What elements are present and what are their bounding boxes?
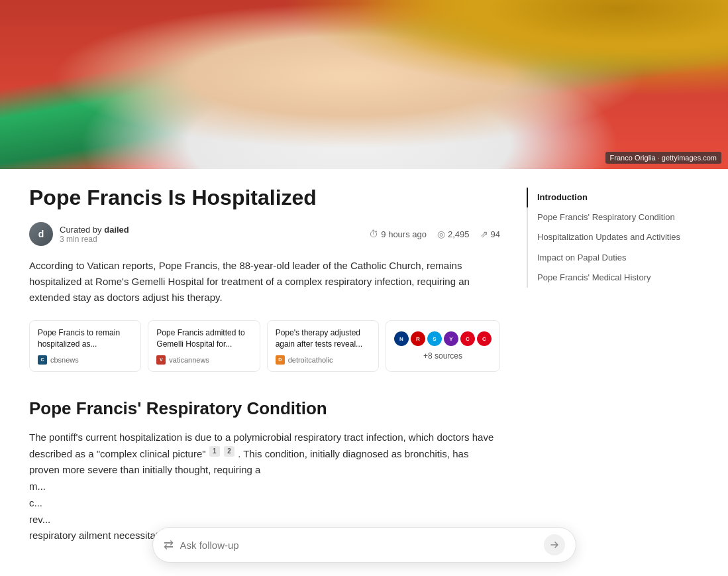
logo-2: R: [411, 331, 425, 346]
ask-followup-input[interactable]: [180, 540, 537, 545]
source-headline-detroitcatholic: Pope's therapy adjusted again after test…: [276, 327, 370, 350]
toc-list: Introduction Pope Francis' Respiratory C…: [527, 188, 699, 288]
content-area: Pope Francis Is Hospitalized d Curated b…: [29, 185, 500, 544]
source-domain-cbsnews: C cbsnews: [38, 355, 132, 365]
ask-shuffle-icon: ⇄: [164, 538, 174, 544]
logo-1: N: [394, 331, 409, 346]
author-name: Curated by dailed: [60, 225, 129, 235]
source-headline-vaticannews: Pope Francis admitted to Gemelli Hospita…: [156, 327, 251, 350]
author-block: d Curated by dailed 3 min read: [29, 222, 129, 246]
more-sources-card[interactable]: N R S Y C C +8 sources: [386, 320, 500, 372]
ask-send-button[interactable]: [544, 534, 565, 544]
pope-portrait-image: [0, 0, 728, 169]
source-headline-cbsnews: Pope Francis to remain hospitalized as..…: [38, 327, 132, 350]
meta-stats: ⏱ 9 hours ago ◎ 2,495 ⇗ 94: [369, 229, 500, 239]
views-stat: ◎ 2,495: [437, 229, 470, 239]
image-caption: Franco Origlia · gettyimages.com: [605, 152, 721, 164]
respiratory-section-title: Pope Francis' Respiratory Condition: [29, 398, 500, 419]
toc-item-introduction[interactable]: Introduction: [527, 188, 699, 207]
citation-1: 1: [209, 446, 220, 457]
sources-grid: Pope Francis to remain hospitalized as..…: [29, 320, 500, 372]
source-domain-detroitcatholic: D detroitcatholic: [276, 355, 370, 365]
eye-icon: ◎: [437, 229, 445, 239]
author-info: Curated by dailed 3 min read: [60, 225, 129, 244]
ask-followup-bar: ⇄: [152, 527, 576, 544]
cbsnews-favicon: C: [38, 355, 47, 365]
vaticannews-favicon: V: [156, 355, 166, 365]
share-icon: ⇗: [480, 229, 488, 239]
source-card-cbsnews[interactable]: Pope Francis to remain hospitalized as..…: [29, 320, 141, 372]
logo-3: S: [427, 331, 442, 346]
toc-item-hospitalization[interactable]: Hospitalization Updates and Activities: [527, 227, 699, 247]
source-card-detroitcatholic[interactable]: Pope's therapy adjusted again after test…: [267, 320, 379, 372]
citation-2: 2: [224, 446, 234, 457]
sources-count: +8 sources: [423, 351, 462, 361]
sidebar-toc: Introduction Pope Francis' Respiratory C…: [527, 185, 699, 544]
source-domain-vaticannews: V vaticannews: [156, 355, 251, 365]
sources-logos: N R S Y C C: [394, 331, 492, 346]
logo-5: C: [460, 331, 475, 346]
meta-row: d Curated by dailed 3 min read ⏱ 9 hours…: [29, 222, 500, 246]
toc-item-medical-history[interactable]: Pope Francis' Medical History: [527, 268, 699, 288]
time-stat: ⏱ 9 hours ago: [369, 229, 427, 239]
read-time: 3 min read: [60, 235, 129, 244]
main-layout: Pope Francis Is Hospitalized d Curated b…: [0, 169, 728, 544]
source-card-vaticannews[interactable]: Pope Francis admitted to Gemelli Hospita…: [148, 320, 260, 372]
avatar: d: [29, 222, 53, 246]
hero-image: Franco Origlia · gettyimages.com: [0, 0, 728, 169]
logo-4: Y: [444, 331, 458, 346]
logo-6: C: [477, 331, 492, 346]
intro-body: According to Vatican reports, Pope Franc…: [29, 258, 500, 306]
shares-stat: ⇗ 94: [480, 229, 500, 239]
clock-icon: ⏱: [369, 229, 378, 239]
toc-item-respiratory[interactable]: Pope Francis' Respiratory Condition: [527, 207, 699, 227]
send-icon: [549, 540, 560, 544]
article-title: Pope Francis Is Hospitalized: [29, 185, 500, 210]
detroitcatholic-favicon: D: [276, 355, 285, 365]
toc-item-papal-duties[interactable]: Impact on Papal Duties: [527, 248, 699, 268]
